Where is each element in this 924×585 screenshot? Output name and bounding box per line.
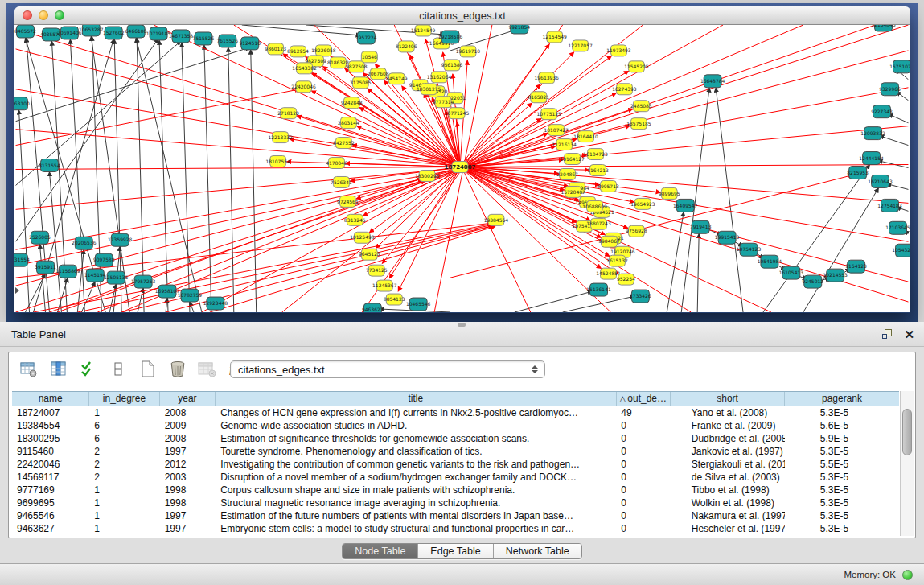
table-row[interactable]: 946554611997Estimation of the future num… [12, 509, 899, 522]
table-cell: Hescheler et al. (1997) [671, 522, 785, 535]
column-header-out_de[interactable]: △out_de… [617, 392, 671, 406]
graph-node-label: 2803144 [338, 120, 359, 126]
table-row[interactable]: 969969511998Structural magnetic resonanc… [12, 496, 899, 509]
table-row[interactable]: 1938455462009Genome-wide association stu… [12, 419, 899, 432]
table-cell: Investigating the contribution of common… [216, 458, 616, 471]
table-cell: Structural magnetic resonance image aver… [216, 496, 616, 509]
graph-node-label: 9124510 [239, 40, 261, 46]
graph-node-label: 7526341 [331, 179, 352, 185]
table-cell: 0 [616, 484, 671, 496]
vertical-scrollbar[interactable] [900, 391, 914, 536]
select-attributes-icon[interactable] [79, 360, 98, 379]
new-document-icon[interactable] [138, 360, 158, 379]
table-cell: de Silva et al. (2003) [671, 471, 785, 484]
table-cell: 5.3E-5 [785, 522, 899, 535]
graph-node-label: 7734125 [366, 267, 388, 273]
graph-node-label: 12505135 [104, 274, 129, 280]
graph-node-label: 8313245 [344, 217, 366, 223]
column-header-name[interactable]: name [12, 392, 89, 406]
graph-node-label: 16104723 [583, 151, 608, 157]
graph-node-label: 10125498 [350, 234, 375, 240]
rows-icon[interactable] [109, 360, 128, 379]
float-panel-icon[interactable] [882, 329, 893, 340]
memory-status-indicator[interactable] [902, 570, 913, 580]
column-header-short[interactable]: short [671, 392, 785, 406]
table-cell: Genome-wide association studies in ADHD. [216, 419, 616, 432]
table-row[interactable]: 1872400712008Changes of HCN gene express… [12, 406, 899, 419]
graph-node-label: 9227343 [871, 109, 893, 114]
graph-node-label: 16105413 [779, 270, 804, 275]
graph-node-label: 10719185 [146, 31, 171, 36]
graph-node-label: 19915413 [715, 234, 740, 240]
network-window-titlebar[interactable]: citations_edges.txt [14, 6, 910, 25]
graph-node-label: 8995713 [598, 183, 619, 189]
table-cell: Embryonic stem cells: a model to study s… [216, 522, 616, 535]
graph-node-label: 11245367 [372, 282, 397, 288]
table-cell: 5.6E-5 [785, 419, 899, 432]
graph-node-label: 3915911 [35, 264, 56, 270]
delete-icon[interactable] [168, 360, 187, 379]
graph-node-label: 12213332 [268, 134, 293, 140]
table-cell: 2 [89, 458, 159, 471]
show-columns-icon[interactable] [49, 360, 68, 379]
graph-node-label: 19384554 [484, 217, 509, 223]
close-panel-icon[interactable]: ✕ [904, 329, 914, 340]
table-cell: 9699695 [12, 496, 89, 509]
column-header-year[interactable]: year [160, 392, 216, 406]
table-cell: 5.3E-5 [785, 406, 899, 419]
graph-node-label: 10465546 [406, 301, 431, 307]
tab-network-table[interactable]: Network Table [494, 544, 581, 558]
panel-expand-arrow[interactable] [15, 287, 19, 294]
network-canvas[interactable]: 1872400718300295193845549860123891295418… [14, 25, 910, 312]
table-header-row[interactable]: namein_degreeyeartitle△out_de…shortpager… [12, 391, 899, 406]
table-row[interactable]: 977716911998Corpus callosum shape and si… [12, 484, 899, 496]
table-cell: Dudbridge et al. (2008) [671, 432, 785, 445]
table-row[interactable]: 1456911722003Disruption of a novel membe… [12, 471, 899, 484]
graph-node-label: 16958107 [155, 288, 180, 294]
table-cell: 22420046 [12, 458, 89, 471]
table-selector-dropdown[interactable]: citations_edges.txt [230, 360, 545, 378]
graph-node-label: 10543287 [892, 247, 910, 253]
graph-node-label: 8454749 [386, 76, 408, 81]
graph-node-label: 1733426 [630, 293, 651, 299]
table-row[interactable]: 911546021997Tourette syndrome. Phenomeno… [12, 445, 899, 458]
table-cell: Stergiakouli et al. (2012) [671, 458, 785, 471]
graph-node-label: 8912954 [287, 48, 309, 54]
network-window-title: citations_edges.txt [14, 10, 910, 22]
table-cell: 1997 [160, 522, 216, 535]
table-row[interactable]: 2242004622012Investigating the contribut… [12, 458, 899, 471]
graph-node-label: 7515526 [193, 35, 215, 41]
table-row[interactable]: 1830029562008Estimation of significance … [12, 432, 899, 445]
graph-node-label: 12217057 [568, 43, 593, 48]
graph-node-label: 9154123 [845, 263, 867, 269]
graph-node-label: 19120746 [610, 249, 635, 254]
table-cell: Tourette syndrome. Phenomenology and cla… [216, 445, 616, 458]
table-cell: 6 [89, 419, 159, 432]
column-header-in_degree[interactable]: in_degree [89, 392, 159, 406]
table-cell: 0 [616, 445, 671, 458]
table-row[interactable]: 946362711997Embryonic stem cells: a mode… [12, 522, 899, 535]
column-header-pagerank[interactable]: pagerank [785, 392, 899, 406]
graph-node-label: 9131554 [14, 257, 30, 262]
table-cell: 1997 [160, 445, 216, 458]
scrollbar-thumb[interactable] [902, 409, 912, 455]
table-cell: 0 [616, 496, 671, 509]
graph-node-label: 2526005 [29, 234, 51, 240]
table-settings-icon[interactable] [19, 360, 39, 379]
graph-node-label: 12154843 [871, 25, 896, 27]
graph-node-label: 12444154 [859, 155, 884, 161]
graph-node-label: 15136141 [586, 286, 611, 292]
table-cell: 5.3E-5 [785, 496, 899, 509]
table-cell: 18724007 [12, 406, 89, 419]
table-cell: 9465546 [12, 509, 89, 522]
graph-node-label: 10164127 [560, 156, 585, 162]
tab-edge-table[interactable]: Edge Table [418, 544, 493, 558]
graph-node-label: 10214553 [823, 272, 848, 278]
table-cell: Jankovic et al. (1997) [671, 445, 785, 458]
graph-node-label: 8131554 [39, 163, 60, 168]
splitter-handle[interactable] [458, 323, 466, 327]
graph-node-label: 16274393 [612, 86, 637, 92]
tab-node-table[interactable]: Node Table [343, 544, 418, 558]
table-cell: 1 [89, 484, 159, 496]
column-header-title[interactable]: title [216, 392, 616, 406]
